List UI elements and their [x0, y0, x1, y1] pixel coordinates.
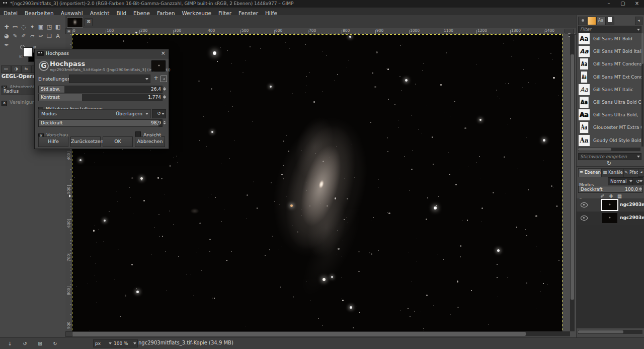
- restore-tool-preset-button[interactable]: ↺: [21, 340, 29, 347]
- bucket-fill-tool[interactable]: ◕: [3, 32, 11, 40]
- image-tab-thumbnail[interactable]: [67, 17, 83, 28]
- stdabw-slider[interactable]: Std.abw. 26,4: [38, 86, 163, 93]
- checkbox-checked-icon[interactable]: ×: [2, 101, 7, 106]
- dialog-title-bar[interactable]: Hochpass ×: [35, 49, 169, 58]
- star: [372, 73, 373, 74]
- vertical-scrollbar[interactable]: [570, 34, 575, 331]
- layer-thumbnail[interactable]: [601, 199, 618, 211]
- star: [535, 84, 536, 84]
- mode-row[interactable]: Modus Überlagern: [38, 109, 151, 118]
- layer-visibility-eye-icon[interactable]: [581, 216, 588, 221]
- tag-entry-input[interactable]: Stichworte eingeben: [578, 153, 641, 160]
- tab-ebenen[interactable]: ≡ Ebenen: [578, 168, 602, 177]
- dialog-close-icon[interactable]: ×: [161, 50, 166, 56]
- font-list-scrollbar-thumb[interactable]: [641, 33, 643, 64]
- tab-kanäle[interactable]: ▦ Kanäle: [601, 168, 624, 177]
- star: [131, 177, 133, 179]
- font-list-item[interactable]: AaGill Sans MT Ext Condensed: [578, 71, 641, 84]
- unified-transform-tool[interactable]: ◳: [45, 23, 53, 31]
- layer-name[interactable]: ngc2903mitfla: [620, 202, 644, 207]
- layer-row[interactable]: ngc2903mitfla: [577, 198, 644, 212]
- chevron-down-icon[interactable]: [637, 29, 640, 31]
- close-button[interactable]: ×: [630, 0, 644, 7]
- minimize-button[interactable]: –: [602, 0, 616, 7]
- font-list-item[interactable]: AaGill Sans Ultra Bold,: [578, 109, 641, 121]
- mode-reset-button[interactable]: ↺: [152, 109, 166, 118]
- zoom-dropdown[interactable]: 100 %: [112, 339, 138, 347]
- font-hscrollbar[interactable]: [578, 148, 640, 151]
- layer-row[interactable]: ngc2903mitfla: [577, 212, 644, 225]
- font-list-item[interactable]: AaGill Sans MT Bold Italic: [578, 45, 641, 58]
- dialog-button-ok[interactable]: OK: [103, 136, 133, 147]
- layer-name[interactable]: ngc2903mitfla: [620, 215, 644, 220]
- pencil-tool[interactable]: ✎: [11, 32, 19, 40]
- undo-history-tab[interactable]: ⇆: [21, 65, 31, 73]
- font-list-item[interactable]: AaGill Sans Ultra Bold Condens: [578, 96, 641, 109]
- dock-menu-button[interactable]: ◂: [635, 17, 642, 25]
- text-tool[interactable]: A: [54, 32, 62, 40]
- spinner[interactable]: [638, 187, 642, 191]
- layer-opacity-slider[interactable]: Deckkraft 100,0: [578, 186, 642, 193]
- dialog-button-abbrechen[interactable]: Abbrechen: [135, 136, 165, 147]
- font-name-label: Goudy Old Style Bold Semi-E: [593, 138, 641, 143]
- paintbrush-tool[interactable]: ✐: [20, 32, 28, 40]
- opacity-spinner[interactable]: [163, 120, 166, 125]
- handle-transform-tool[interactable]: ◧: [54, 23, 62, 31]
- layers-hscrollbar-thumb[interactable]: [578, 330, 623, 333]
- quick-mask-toggle[interactable]: [65, 331, 72, 337]
- layers-dock-menu-button[interactable]: ◂: [638, 168, 644, 177]
- unit-dropdown[interactable]: px: [93, 339, 113, 347]
- manage-presets-button[interactable]: ◃: [160, 76, 167, 82]
- layer-visibility-eye-icon[interactable]: [581, 202, 588, 207]
- kontrast-spinner[interactable]: [163, 95, 166, 99]
- free-select-tool[interactable]: ◌: [20, 23, 28, 31]
- vertical-scrollbar-thumb[interactable]: [571, 54, 574, 300]
- delete-tool-preset-button[interactable]: ⊠: [36, 340, 44, 347]
- layer-thumbnail[interactable]: [602, 213, 617, 223]
- stdabw-spinner[interactable]: [163, 87, 166, 91]
- presets-dropdown[interactable]: [69, 75, 150, 83]
- brushes-tab[interactable]: [578, 17, 587, 25]
- image-tab-close-icon[interactable]: ⊠: [85, 18, 93, 26]
- clone-tool[interactable]: ❏: [45, 32, 53, 40]
- save-tool-preset-button[interactable]: ↓: [6, 340, 14, 347]
- reset-tool-options-button[interactable]: ↻: [51, 340, 59, 347]
- star: [96, 263, 96, 264]
- dialog-button-hilfe[interactable]: Hilfe: [38, 136, 68, 147]
- kontrast-slider[interactable]: Kontrast 1,774: [38, 94, 163, 101]
- fonts-tab[interactable]: Aa: [596, 17, 605, 25]
- add-preset-button[interactable]: +: [153, 75, 158, 82]
- horizontal-scrollbar-thumb[interactable]: [72, 332, 526, 336]
- layer-mode-reset-button[interactable]: ↺: [632, 177, 643, 185]
- font-list-item[interactable]: AaGill Sans MT Condensed, Con: [578, 58, 641, 71]
- device-status-tab[interactable]: ◑: [11, 65, 21, 73]
- foreground-color-swatch[interactable]: [23, 47, 33, 57]
- layer-mode-dropdown[interactable]: Normal: [608, 177, 634, 185]
- font-filter-input[interactable]: Filter: [578, 26, 641, 33]
- font-list-scrollbar[interactable]: [641, 33, 643, 147]
- horizontal-scrollbar[interactable]: [72, 331, 570, 336]
- document-history-tab[interactable]: [605, 17, 614, 25]
- crop-tool[interactable]: ▣: [37, 23, 45, 31]
- dialog-button-zurücksetzen[interactable]: Zurücksetzen: [70, 136, 101, 147]
- star: [141, 180, 142, 181]
- move-tool[interactable]: ✚: [3, 23, 11, 31]
- chevron-down-icon[interactable]: [637, 156, 640, 158]
- rectangle-select-tool[interactable]: ▭: [11, 23, 19, 31]
- font-list-item[interactable]: AaGill Sans MT Bold: [578, 33, 641, 45]
- maximize-button[interactable]: ▢: [616, 0, 630, 7]
- airbrush-tool[interactable]: ✑: [37, 32, 45, 40]
- star: [538, 58, 539, 58]
- ink-tool[interactable]: ✒: [3, 41, 11, 49]
- opacity-slider[interactable]: Deckkraft 98,9: [38, 119, 163, 127]
- font-list-item[interactable]: AaGoudy Old Style Bold Semi-E: [578, 134, 641, 147]
- font-list-item[interactable]: AaGill Sans MT Italic: [578, 84, 641, 96]
- tool-options-tab[interactable]: ▭: [1, 65, 11, 73]
- layers-hscrollbar[interactable]: [578, 330, 642, 334]
- font-hscrollbar-thumb[interactable]: [578, 148, 611, 151]
- font-list-item[interactable]: AaGloucester MT Extra Conden: [578, 121, 641, 134]
- default-colors-icon[interactable]: ◱: [19, 54, 23, 58]
- fuzzy-select-tool[interactable]: ✦: [28, 23, 36, 31]
- eraser-tool[interactable]: ▱: [28, 32, 36, 40]
- gradients-tab[interactable]: [587, 17, 596, 25]
